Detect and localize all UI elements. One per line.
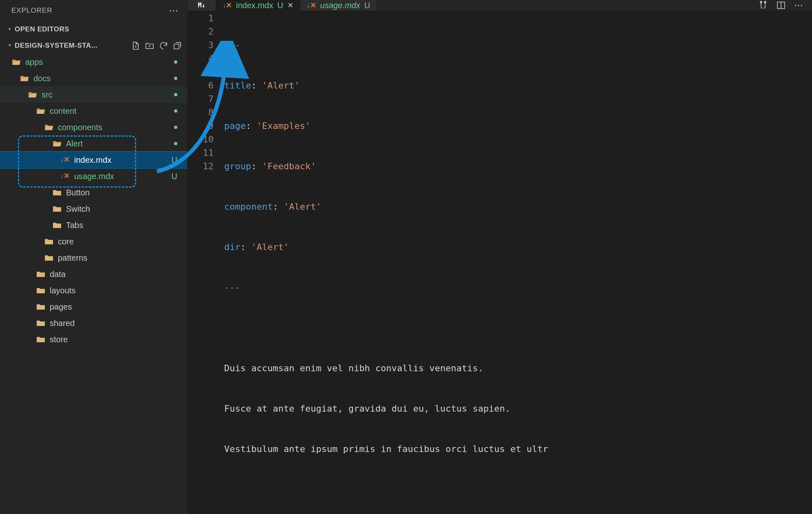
tree-folder-src[interactable]: src — [0, 86, 187, 103]
folder-open-icon — [52, 139, 62, 148]
git-modified-dot — [174, 109, 177, 113]
tab-index-mdx[interactable]: ↓✕ index.mdx U ✕ — [216, 0, 300, 11]
split-editor-icon[interactable] — [776, 0, 786, 10]
workspace-header[interactable]: DESIGN-SYSTEM-STA... — [0, 38, 187, 54]
tree-folder-apps[interactable]: apps — [0, 54, 187, 70]
open-editors-label: OPEN EDITORS — [15, 25, 69, 33]
tree-label: layouts — [50, 286, 177, 295]
chevron-down-icon — [7, 41, 13, 50]
git-status-letter: U — [172, 155, 177, 165]
sidebar: EXPLORER ⋯ OPEN EDITORS DESIGN-SYSTEM-ST… — [0, 0, 188, 514]
tree-label: apps — [25, 58, 174, 67]
workspace-title: DESIGN-SYSTEM-STA... — [15, 42, 97, 50]
tree-label: src — [42, 90, 174, 100]
mdx-file-icon: ↓✕ — [307, 1, 316, 10]
folder-icon — [52, 204, 62, 214]
mdx-file-icon: ↓✕ — [60, 171, 70, 181]
tree-label: pages — [50, 302, 177, 312]
tree-folder-switch[interactable]: Switch — [0, 201, 187, 217]
tree-label: Alert — [66, 139, 174, 148]
markdown-preview-icon[interactable]: M↓ — [188, 0, 216, 11]
git-modified-dot — [174, 77, 177, 80]
folder-open-icon — [28, 90, 38, 100]
git-status-letter: U — [277, 1, 283, 10]
tree-folder-data[interactable]: data — [0, 266, 187, 282]
folder-open-icon — [20, 73, 29, 83]
folder-icon — [44, 253, 54, 263]
tree-folder-store[interactable]: store — [0, 331, 187, 348]
tab-label: usage.mdx — [320, 1, 360, 10]
tree-folder-shared[interactable]: shared — [0, 315, 187, 331]
tab-label: index.mdx — [236, 1, 273, 10]
explorer-header: EXPLORER ⋯ — [0, 0, 187, 21]
new-folder-icon[interactable] — [145, 41, 154, 51]
tree-label: Switch — [66, 204, 177, 214]
tree-folder-components[interactable]: components — [0, 119, 187, 135]
git-modified-dot — [174, 126, 177, 129]
folder-icon — [36, 318, 46, 328]
tree-label: core — [58, 237, 177, 246]
tree-label: store — [50, 335, 177, 344]
folder-icon — [36, 302, 46, 312]
editor-area: M↓ ↓✕ index.mdx U ✕ ↓✕ usage.mdx U ⋯ › s… — [188, 0, 812, 514]
open-editors-section[interactable]: OPEN EDITORS — [0, 21, 187, 38]
folder-icon — [52, 220, 62, 230]
file-tree: apps docs src content components — [0, 54, 187, 514]
folder-icon — [36, 335, 46, 344]
tree-label: shared — [50, 319, 177, 328]
git-status-letter: U — [172, 172, 177, 181]
tree-label: patterns — [58, 253, 177, 263]
tree-folder-core[interactable]: core — [0, 233, 187, 250]
tree-label: docs — [33, 74, 174, 83]
folder-open-icon — [11, 57, 21, 67]
folder-icon — [36, 269, 46, 279]
tree-folder-patterns[interactable]: patterns — [0, 250, 187, 266]
tabbar-actions: ⋯ — [749, 0, 812, 11]
folder-open-icon — [36, 106, 46, 116]
folder-icon — [44, 237, 54, 246]
folder-icon — [36, 286, 46, 295]
code-content[interactable]: --- title: 'Alert' page: 'Examples' grou… — [224, 11, 812, 514]
tree-label: components — [58, 123, 174, 132]
mdx-file-icon: ↓✕ — [60, 155, 70, 165]
mdx-file-icon: ↓✕ — [223, 1, 232, 10]
tab-usage-mdx[interactable]: ↓✕ usage.mdx U — [300, 0, 377, 11]
code-editor[interactable]: 1 2 3 4 5 6 7 8 9 10 11 12 --- title: 'A… — [188, 11, 812, 514]
tree-folder-docs[interactable]: docs — [0, 70, 187, 86]
tabbar: M↓ ↓✕ index.mdx U ✕ ↓✕ usage.mdx U ⋯ — [188, 0, 812, 11]
git-modified-dot — [174, 93, 177, 96]
tree-folder-button[interactable]: Button — [0, 184, 187, 201]
tree-label: usage.mdx — [74, 172, 170, 181]
tree-file-index-mdx[interactable]: ↓✕ index.mdx U — [0, 152, 187, 168]
tree-label: content — [50, 106, 174, 116]
tree-file-usage-mdx[interactable]: ↓✕ usage.mdx U — [0, 168, 187, 184]
tree-folder-layouts[interactable]: layouts — [0, 282, 187, 299]
tree-label: index.mdx — [74, 155, 170, 165]
git-modified-dot — [174, 60, 177, 64]
explorer-title: EXPLORER — [11, 7, 53, 15]
close-icon[interactable]: ✕ — [287, 1, 293, 10]
more-icon[interactable]: ⋯ — [794, 0, 803, 11]
tree-label: Tabs — [66, 221, 177, 230]
new-file-icon[interactable] — [131, 41, 141, 51]
collapse-all-icon[interactable] — [172, 41, 182, 51]
folder-open-icon — [44, 122, 54, 132]
tree-folder-tabs[interactable]: Tabs — [0, 217, 187, 233]
tree-label: data — [50, 270, 177, 279]
compare-changes-icon[interactable] — [758, 0, 768, 10]
workspace-actions — [131, 41, 182, 51]
chevron-right-icon — [7, 25, 13, 34]
tree-folder-content[interactable]: content — [0, 103, 187, 119]
tree-folder-alert[interactable]: Alert — [0, 135, 187, 152]
refresh-icon[interactable] — [159, 41, 168, 51]
tree-label: Button — [66, 188, 177, 197]
folder-icon — [52, 188, 62, 197]
more-icon[interactable]: ⋯ — [169, 5, 178, 16]
tree-folder-pages[interactable]: pages — [0, 299, 187, 315]
git-modified-dot — [174, 142, 177, 145]
git-status-letter: U — [364, 1, 370, 10]
line-gutter: 1 2 3 4 5 6 7 8 9 10 11 12 — [188, 11, 224, 514]
